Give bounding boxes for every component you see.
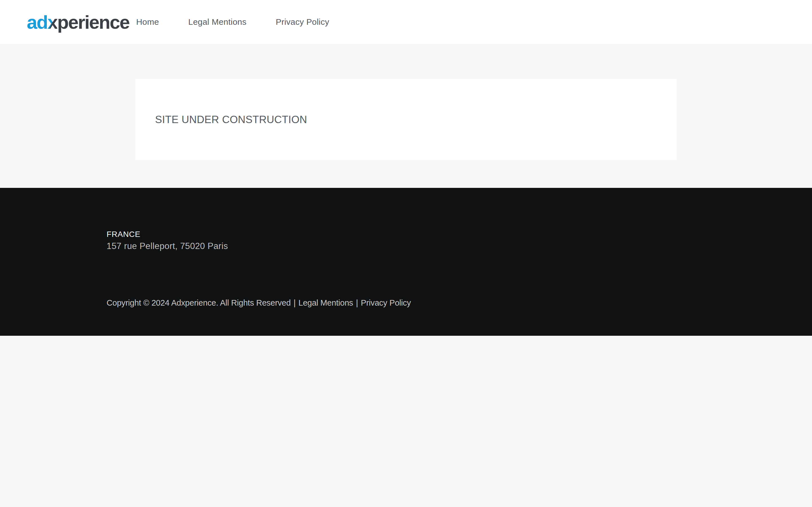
logo-text-dark: perience — [57, 13, 130, 32]
logo-text-blue: ad — [27, 13, 47, 32]
construction-card: SITE UNDER CONSTRUCTION — [135, 79, 677, 160]
copyright-separator: | — [356, 298, 358, 307]
footer-address: 157 rue Pelleport, 75020 Paris — [107, 241, 705, 251]
copyright-separator: | — [294, 298, 296, 307]
footer-link-legal-mentions[interactable]: Legal Mentions — [299, 298, 353, 307]
construction-heading: SITE UNDER CONSTRUCTION — [155, 114, 307, 125]
main-nav: Home Legal Mentions Privacy Policy — [136, 0, 329, 44]
footer-country: FRANCE — [107, 230, 705, 239]
footer-inner: FRANCE 157 rue Pelleport, 75020 Paris Co… — [0, 188, 812, 308]
main-section: SITE UNDER CONSTRUCTION — [0, 44, 812, 188]
site-header: adxperience Home Legal Mentions Privacy … — [0, 0, 812, 44]
footer-copyright: Copyright © 2024 Adxperience. All Rights… — [107, 298, 705, 308]
nav-item-legal-mentions[interactable]: Legal Mentions — [188, 18, 246, 26]
site-logo[interactable]: adxperience — [27, 0, 130, 44]
logo-x-mark: x — [47, 13, 57, 32]
nav-item-home[interactable]: Home — [136, 18, 159, 26]
nav-item-privacy-policy[interactable]: Privacy Policy — [276, 18, 329, 26]
site-footer: FRANCE 157 rue Pelleport, 75020 Paris Co… — [0, 188, 812, 336]
footer-link-privacy-policy[interactable]: Privacy Policy — [361, 298, 411, 307]
copyright-text: Copyright © 2024 Adxperience. All Rights… — [107, 298, 291, 307]
